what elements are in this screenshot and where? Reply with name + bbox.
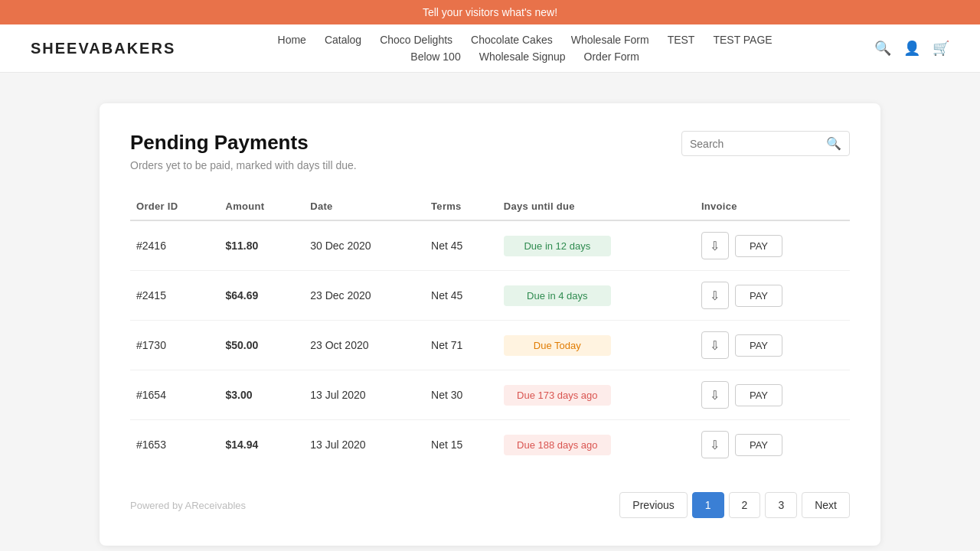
payments-card: Pending Payments Orders yet to be paid, … [100, 103, 880, 546]
status-badge: Due Today [504, 335, 611, 356]
download-invoice-button[interactable]: ⇩ [701, 381, 729, 409]
table-row: #2415 $64.69 23 Dec 2020 Net 45 Due in 4… [130, 271, 850, 321]
card-title-group: Pending Payments Orders yet to be paid, … [130, 131, 357, 171]
cell-date: 13 Jul 2020 [304, 420, 425, 470]
status-badge: Due 173 days ago [504, 385, 611, 406]
search-input[interactable] [690, 138, 826, 150]
cell-terms: Net 30 [425, 370, 498, 420]
nav-chocolate-cakes[interactable]: Chocolate Cakes [471, 34, 553, 46]
cell-amount: $3.00 [220, 370, 305, 420]
col-amount: Amount [220, 193, 305, 220]
pagination-page-2-button[interactable]: 2 [729, 492, 761, 518]
payments-table: Order ID Amount Date Terms Days until du… [130, 193, 850, 469]
cell-date: 23 Dec 2020 [304, 271, 425, 321]
table-row: #1653 $14.94 13 Jul 2020 Net 15 Due 188 … [130, 420, 850, 470]
download-invoice-button[interactable]: ⇩ [701, 232, 729, 259]
search-icon[interactable]: 🔍 [874, 40, 891, 57]
cell-terms: Net 15 [425, 420, 498, 470]
cell-invoice: ⇩ PAY [695, 420, 850, 470]
pagination-next-button[interactable]: Next [802, 492, 850, 518]
cell-invoice: ⇩ PAY [695, 321, 850, 370]
pay-button[interactable]: PAY [735, 384, 782, 406]
invoice-actions: ⇩ PAY [701, 232, 844, 259]
nav-order-form[interactable]: Order Form [584, 51, 639, 63]
nav-test-page[interactable]: TEST PAGE [713, 34, 772, 46]
table-body: #2416 $11.80 30 Dec 2020 Net 45 Due in 1… [130, 220, 850, 469]
nav-row-1: Home Catalog Choco Delights Chocolate Ca… [278, 34, 773, 46]
page-title: Pending Payments [130, 131, 357, 155]
nav-below-100[interactable]: Below 100 [410, 51, 460, 63]
search-submit-button[interactable]: 🔍 [826, 136, 841, 151]
cell-date: 30 Dec 2020 [304, 220, 425, 271]
cell-order-id: #1653 [130, 420, 220, 470]
site-header: SHEEVABAKERS Home Catalog Choco Delights… [0, 24, 980, 73]
site-logo[interactable]: SHEEVABAKERS [31, 40, 175, 57]
pagination-page-1-button[interactable]: 1 [692, 492, 724, 518]
cart-icon[interactable]: 🛒 [933, 40, 949, 57]
cell-order-id: #2415 [130, 271, 220, 321]
main-content: Pending Payments Orders yet to be paid, … [84, 103, 896, 546]
cell-terms: Net 45 [425, 271, 498, 321]
announcement-bar: Tell your visitors what's new! [0, 0, 980, 24]
status-badge: Due in 12 days [504, 236, 611, 256]
nav-test[interactable]: TEST [668, 34, 695, 46]
cell-terms: Net 71 [425, 321, 498, 370]
table-row: #1730 $50.00 23 Oct 2020 Net 71 Due Toda… [130, 321, 850, 370]
pagination-page-3-button[interactable]: 3 [765, 492, 797, 518]
download-invoice-button[interactable]: ⇩ [701, 282, 729, 309]
cell-terms: Net 45 [425, 220, 498, 271]
col-invoice: Invoice [695, 193, 850, 220]
nav-wholesale-signup[interactable]: Wholesale Signup [479, 51, 566, 63]
table-row: #1654 $3.00 13 Jul 2020 Net 30 Due 173 d… [130, 370, 850, 420]
page-subtitle: Orders yet to be paid, marked with days … [130, 159, 357, 171]
cell-amount: $14.94 [220, 420, 305, 470]
search-box: 🔍 [681, 131, 850, 156]
cell-invoice: ⇩ PAY [695, 370, 850, 420]
invoice-actions: ⇩ PAY [701, 282, 844, 309]
cell-order-id: #1730 [130, 321, 220, 370]
announcement-text: Tell your visitors what's new! [423, 6, 557, 18]
nav-row-2: Below 100 Wholesale Signup Order Form [410, 51, 639, 63]
cell-date: 13 Jul 2020 [304, 370, 425, 420]
header-icons: 🔍 👤 🛒 [874, 40, 949, 57]
cell-status: Due in 12 days [498, 220, 695, 271]
user-icon[interactable]: 👤 [903, 40, 920, 57]
col-order-id: Order ID [130, 193, 220, 220]
nav-catalog[interactable]: Catalog [325, 34, 361, 46]
download-invoice-button[interactable]: ⇩ [701, 431, 729, 458]
status-badge: Due 188 days ago [504, 435, 611, 455]
main-nav: Home Catalog Choco Delights Chocolate Ca… [206, 34, 844, 63]
cell-status: Due in 4 days [498, 271, 695, 321]
cell-status: Due 188 days ago [498, 420, 695, 470]
cell-invoice: ⇩ PAY [695, 271, 850, 321]
pay-button[interactable]: PAY [735, 285, 782, 307]
cell-amount: $11.80 [220, 220, 305, 271]
pay-button[interactable]: PAY [735, 434, 782, 456]
status-badge: Due in 4 days [504, 285, 611, 306]
cell-status: Due 173 days ago [498, 370, 695, 420]
card-header: Pending Payments Orders yet to be paid, … [130, 131, 850, 171]
table-header-row: Order ID Amount Date Terms Days until du… [130, 193, 850, 220]
pay-button[interactable]: PAY [735, 235, 782, 257]
cell-status: Due Today [498, 321, 695, 370]
cell-order-id: #1654 [130, 370, 220, 420]
cell-order-id: #2416 [130, 220, 220, 271]
pagination-previous-button[interactable]: Previous [619, 492, 687, 518]
pagination: Previous 1 2 3 Next [619, 492, 850, 518]
cell-invoice: ⇩ PAY [695, 220, 850, 271]
cell-date: 23 Oct 2020 [304, 321, 425, 370]
col-terms: Terms [425, 193, 498, 220]
cell-amount: $64.69 [220, 271, 305, 321]
nav-wholesale-form[interactable]: Wholesale Form [571, 34, 649, 46]
powered-by: Powered by AReceivables [130, 500, 246, 511]
nav-choco-delights[interactable]: Choco Delights [380, 34, 452, 46]
col-date: Date [304, 193, 425, 220]
pay-button[interactable]: PAY [735, 334, 782, 357]
invoice-actions: ⇩ PAY [701, 331, 844, 359]
download-invoice-button[interactable]: ⇩ [701, 331, 729, 359]
nav-home[interactable]: Home [278, 34, 306, 46]
invoice-actions: ⇩ PAY [701, 381, 844, 409]
cell-amount: $50.00 [220, 321, 305, 370]
card-footer: Powered by AReceivables Previous 1 2 3 N… [130, 492, 850, 518]
table-row: #2416 $11.80 30 Dec 2020 Net 45 Due in 1… [130, 220, 850, 271]
